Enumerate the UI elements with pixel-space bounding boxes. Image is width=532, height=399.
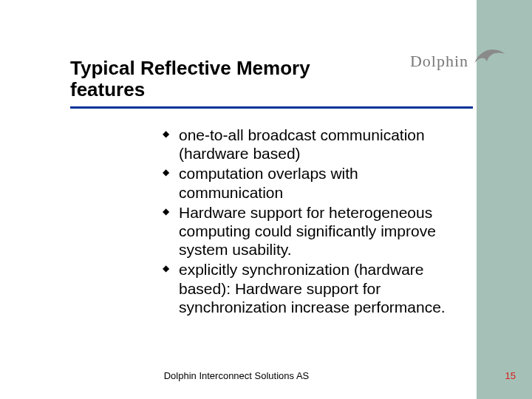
bullet-text: explicitly synchronization (hardware bas… xyxy=(179,261,446,315)
bullet-content: one-to-all broadcast communication (hard… xyxy=(163,126,458,318)
list-item: explicitly synchronization (hardware bas… xyxy=(163,260,458,316)
brand-logo: Dolphin xyxy=(410,43,508,71)
title-underline xyxy=(70,106,473,109)
bullet-text: Hardware support for heterogeneous compu… xyxy=(179,204,436,258)
list-item: computation overlaps with communication xyxy=(163,164,458,201)
bullet-list: one-to-all broadcast communication (hard… xyxy=(163,126,458,316)
bullet-text: computation overlaps with communication xyxy=(179,165,358,200)
bullet-text: one-to-all broadcast communication (hard… xyxy=(179,126,425,162)
footer-text: Dolphin Interconnect Solutions AS xyxy=(0,370,473,381)
slide-title-area: Typical Reflective Memory features xyxy=(70,58,321,100)
list-item: one-to-all broadcast communication (hard… xyxy=(163,126,458,163)
list-item: Hardware support for heterogeneous compu… xyxy=(163,203,458,259)
page-number: 15 xyxy=(505,370,516,381)
dolphin-icon xyxy=(471,43,508,71)
brand-logo-text: Dolphin xyxy=(410,52,468,71)
slide-title: Typical Reflective Memory features xyxy=(70,58,321,100)
